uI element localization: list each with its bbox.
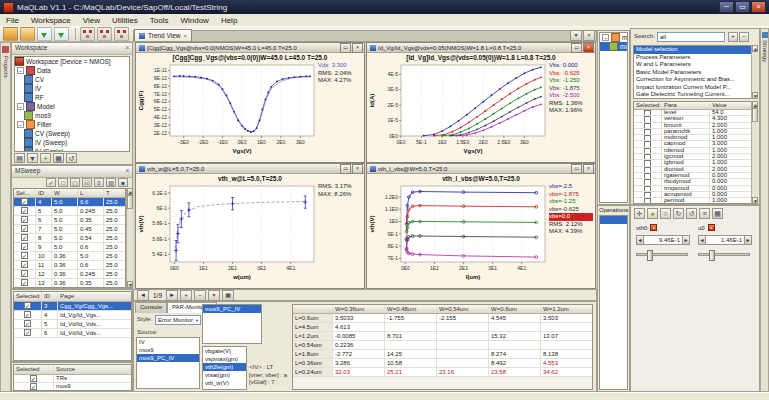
- checkbox[interactable]: ✓: [21, 279, 28, 286]
- quantity-item[interactable]: vbgate(V): [203, 347, 246, 355]
- close-all-icon[interactable]: ×: [583, 30, 595, 41]
- legend-item[interactable]: Vds: 3.300: [318, 62, 362, 70]
- refresh-icon[interactable]: ↺: [66, 153, 77, 163]
- marker-button[interactable]: ▾: [208, 290, 220, 301]
- param-slider[interactable]: [698, 253, 750, 256]
- source-item[interactable]: mos9_PC_IV: [137, 354, 199, 362]
- operation-item[interactable]: [600, 216, 627, 224]
- legend-item[interactable]: RMS: 2.04%: [318, 70, 362, 78]
- table-row[interactable]: ✓4Id_Vg/Id_Vgs...: [14, 311, 131, 320]
- parameter-group-item[interactable]: Correction for Asymmetric and Bias...: [634, 76, 751, 84]
- scroll-up-icon[interactable]: ▲: [752, 45, 758, 52]
- legend-item[interactable]: Vbs: -1.250: [549, 77, 593, 85]
- filter-icon[interactable]: ▼: [27, 153, 38, 163]
- restore-window-icon[interactable]: ▭: [571, 164, 582, 174]
- style-select[interactable]: Error Monitor: [155, 315, 201, 325]
- table-row[interactable]: ✓TRs: [14, 375, 131, 383]
- copy-icon[interactable]: ≡: [699, 208, 710, 219]
- plot-window-titlebar[interactable]: Id_Vg/Id_Vgs@vds=0.05(NMOS)W=1.8 L=0.8 T…: [367, 43, 595, 53]
- import-data-icon[interactable]: ▦: [53, 153, 64, 163]
- import-icon[interactable]: [37, 27, 52, 41]
- menu-item-help[interactable]: Help: [215, 16, 243, 25]
- restore-window-icon[interactable]: ▭: [571, 43, 582, 53]
- column-header[interactable]: Source: [54, 365, 132, 374]
- table-row[interactable]: L=0.24um32.0325.2123.1623.5834.62: [293, 368, 592, 377]
- export-icon[interactable]: [54, 27, 69, 41]
- tree-leaf[interactable]: RF: [15, 93, 129, 102]
- table-row[interactable]: ✓55.00.24525.0: [14, 207, 125, 216]
- tree-node[interactable]: −Data: [15, 66, 129, 75]
- table-row[interactable]: ✓110.360.625.0: [14, 261, 125, 270]
- tree-node[interactable]: −Filter: [15, 120, 129, 129]
- quantity-item[interactable]: vth2le(gm): [203, 363, 246, 371]
- tab-console[interactable]: Console: [135, 302, 167, 313]
- close-window-icon[interactable]: ×: [583, 164, 594, 174]
- legend-item[interactable]: MAX: 4.27%: [318, 77, 362, 85]
- remove-param-icon[interactable]: ×: [650, 224, 657, 231]
- table-row[interactable]: L=1.2um-0.00858.70115.3213.07: [293, 332, 592, 341]
- projects-tab[interactable]: Projects: [3, 56, 9, 78]
- quantity-item[interactable]: vth_w(V): [203, 379, 246, 387]
- legend-item[interactable]: vbs=-0.625: [549, 206, 593, 214]
- check-box-icon[interactable]: ☑: [82, 178, 92, 187]
- tree-leaf[interactable]: IV (Scale): [15, 147, 129, 152]
- legend-item[interactable]: MAX: 4.39%: [549, 228, 593, 236]
- checkbox[interactable]: [644, 116, 651, 121]
- spin-left-icon[interactable]: ◄: [698, 235, 706, 245]
- checkbox[interactable]: ✓: [21, 243, 28, 250]
- legend-item[interactable]: Vbs: -0.625: [549, 70, 593, 78]
- strategy-tab[interactable]: Strategy: [762, 40, 768, 62]
- close-button[interactable]: ×: [751, 1, 766, 13]
- remove-param-icon[interactable]: ×: [708, 224, 715, 231]
- spin-left-icon[interactable]: ◄: [636, 235, 644, 245]
- checkbox[interactable]: ✓: [21, 252, 28, 259]
- zoom-out-button[interactable]: −: [194, 290, 206, 301]
- table-row[interactable]: L=0.54um0.2236: [293, 341, 592, 350]
- unlock-icon[interactable]: ○: [660, 208, 671, 219]
- checkbox[interactable]: [644, 141, 651, 146]
- legend-item[interactable]: Vbs: -1.875: [549, 85, 593, 93]
- table-row[interactable]: ✓130.360.3525.0: [14, 279, 125, 288]
- check-all-icon[interactable]: ✓: [46, 178, 56, 187]
- window-list-icon[interactable]: ▾: [570, 30, 582, 41]
- checkbox[interactable]: [644, 186, 651, 191]
- column-header[interactable]: T: [104, 189, 126, 197]
- table-row[interactable]: L=0.36um3.28610.588.4924.553: [293, 359, 592, 368]
- parameter-group-item[interactable]: Process Parameters: [634, 54, 751, 62]
- legend-item[interactable]: vbs=-1.25: [549, 198, 593, 206]
- undo-icon[interactable]: ↺: [686, 208, 697, 219]
- table-row[interactable]: ✓75.00.4525.0: [14, 225, 125, 234]
- table-row[interactable]: ✓45.00.625.0: [14, 198, 125, 207]
- scroll-up-icon[interactable]: ▲: [752, 101, 758, 108]
- column-header[interactable]: W=0.6um: [489, 305, 541, 313]
- table-row[interactable]: ✓6Id_Vd/Id_Vds...: [14, 329, 131, 338]
- grid-layout-button[interactable]: ▦: [222, 290, 234, 301]
- menu-item-workspace[interactable]: Workspace: [25, 16, 77, 25]
- group-list-scrollbar[interactable]: ▲ ▼: [751, 45, 758, 99]
- quantity-item[interactable]: vspmax(gm): [203, 355, 246, 363]
- tree-leaf[interactable]: IV (Sweep): [15, 138, 129, 147]
- table-row[interactable]: ✓120.360.24525.0: [14, 270, 125, 279]
- legend-item[interactable]: vbs=0.0: [549, 213, 593, 221]
- collapse-icon[interactable]: −: [17, 121, 24, 128]
- close-window-icon[interactable]: ×: [583, 43, 594, 53]
- uncheck-all-icon[interactable]: □: [58, 178, 68, 187]
- checkbox[interactable]: [644, 198, 651, 203]
- scroll-down-icon[interactable]: ▼: [752, 92, 758, 99]
- table-row[interactable]: ✓95.00.625.0: [14, 243, 125, 252]
- refresh-icon[interactable]: ↻: [673, 208, 684, 219]
- column-header[interactable]: W=1.2um: [541, 305, 593, 313]
- column-header[interactable]: Selected: [634, 102, 662, 109]
- scroll-up-icon[interactable]: ▲: [127, 188, 133, 195]
- list-view-icon[interactable]: ≡: [94, 178, 104, 187]
- parameter-table-scrollbar[interactable]: ▲ ▼: [751, 101, 758, 204]
- checkbox[interactable]: ✓: [21, 261, 28, 268]
- tree-leaf[interactable]: mos9: [15, 111, 129, 120]
- table-row[interactable]: ✓65.00.3525.0: [14, 216, 125, 225]
- collapse-icon[interactable]: −: [17, 67, 24, 74]
- tree-leaf[interactable]: CV (Sweep): [15, 129, 129, 138]
- column-header[interactable]: Sel...: [14, 189, 36, 197]
- checkbox[interactable]: ✓: [21, 270, 28, 277]
- close-window-icon[interactable]: ×: [352, 43, 363, 53]
- source-item[interactable]: mos9: [137, 346, 199, 354]
